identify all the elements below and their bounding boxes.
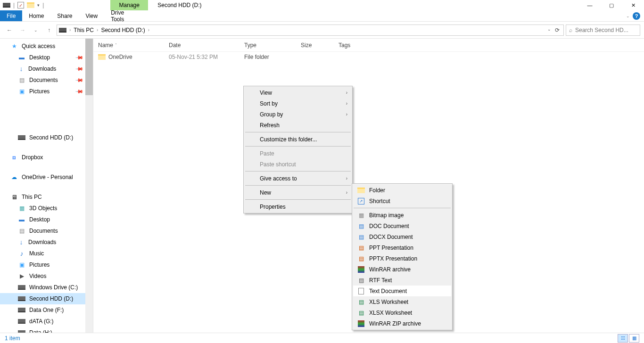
- winrar-icon: [358, 266, 364, 273]
- file-type: File folder: [239, 54, 296, 60]
- breadcrumb-location[interactable]: Second HDD (D:): [100, 27, 146, 33]
- menu-refresh[interactable]: Refresh: [245, 120, 351, 131]
- back-button[interactable]: ←: [4, 24, 15, 36]
- file-row[interactable]: OneDrive 05-Nov-21 5:32 PM File folder: [93, 52, 644, 62]
- details-view-button[interactable]: ☷: [618, 334, 628, 343]
- forward-button[interactable]: →: [17, 24, 28, 36]
- search-box[interactable]: ⌕ Search Second HD...: [566, 24, 640, 36]
- menu-new-doc[interactable]: DOC Document: [353, 220, 451, 231]
- chevron-right-icon[interactable]: ›: [97, 27, 98, 33]
- breadcrumb-this-pc[interactable]: This PC: [73, 27, 95, 33]
- chevron-right-icon: ›: [346, 90, 347, 95]
- menu-new[interactable]: New›: [245, 187, 351, 198]
- menu-sort-by[interactable]: Sort by›: [245, 98, 351, 109]
- menu-give-access[interactable]: Give access to›: [245, 173, 351, 184]
- sidebar-3d-objects[interactable]: 3D Objects: [0, 203, 93, 214]
- menu-new-xls[interactable]: XLS Worksheet: [353, 296, 451, 307]
- tab-view[interactable]: View: [79, 10, 104, 21]
- address-dropdown-icon[interactable]: ⌄: [547, 27, 551, 33]
- maximize-button[interactable]: ▢: [601, 0, 622, 10]
- menu-new-xlsx[interactable]: XLSX Worksheet: [353, 307, 451, 318]
- menu-properties[interactable]: Properties: [245, 201, 351, 212]
- tab-share[interactable]: Share: [50, 10, 79, 21]
- sidebar-documents[interactable]: Documents📌: [0, 74, 93, 86]
- chevron-right-icon[interactable]: ›: [148, 27, 149, 33]
- sidebar-label: Data One (F:): [29, 307, 64, 313]
- large-icons-view-button[interactable]: ▦: [629, 334, 639, 343]
- menu-separator: [245, 171, 351, 172]
- sidebar-label: Music: [29, 250, 44, 257]
- sidebar-label: Data (H:): [29, 329, 52, 333]
- sidebar-label: Pictures: [29, 88, 50, 95]
- menu-new-rtf[interactable]: RTF Text: [353, 275, 451, 286]
- sidebar-second-hdd[interactable]: Second HDD (D:): [0, 132, 93, 143]
- sidebar-pictures[interactable]: Pictures📌: [0, 86, 93, 97]
- close-button[interactable]: ✕: [622, 0, 644, 10]
- menu-new-shortcut[interactable]: ↗Shortcut: [353, 196, 451, 206]
- recent-dropdown-icon[interactable]: ⌄: [30, 24, 41, 36]
- videos-icon: [18, 272, 25, 280]
- column-size[interactable]: Size: [296, 42, 334, 49]
- sidebar-second-hdd-d[interactable]: Second HDD (D:): [0, 293, 93, 304]
- sidebar-label: 3D Objects: [29, 205, 57, 212]
- menu-new-docx[interactable]: DOCX Document: [353, 231, 451, 242]
- properties-qat-icon[interactable]: ✓: [17, 2, 24, 8]
- quick-access-toolbar: | ✓ ▾ |: [0, 2, 47, 8]
- drive-icon[interactable]: [3, 3, 10, 8]
- menu-new-bitmap[interactable]: Bitmap image: [353, 210, 451, 220]
- sidebar-downloads-2[interactable]: Downloads: [0, 237, 93, 248]
- menu-separator: [245, 199, 351, 200]
- sidebar-label: Pictures: [29, 261, 50, 268]
- sidebar-data-g[interactable]: dATA (G:): [0, 316, 93, 327]
- up-button[interactable]: ↑: [43, 24, 55, 36]
- sidebar-windows-drive-c[interactable]: Windows Drive (C:): [0, 282, 93, 293]
- sidebar-music[interactable]: Music: [0, 248, 93, 259]
- menu-label: New: [260, 189, 271, 196]
- drive-icon: [18, 135, 25, 140]
- column-name[interactable]: Name˄: [93, 42, 164, 49]
- qat-dropdown-icon[interactable]: ▾: [37, 3, 40, 8]
- column-tags[interactable]: Tags: [334, 42, 372, 49]
- minimize-button[interactable]: —: [579, 0, 601, 10]
- sidebar-desktop[interactable]: Desktop📌: [0, 52, 93, 63]
- menu-paste-shortcut: Paste shortcut: [245, 159, 351, 170]
- sidebar-pictures-2[interactable]: Pictures: [0, 259, 93, 270]
- tab-home[interactable]: Home: [22, 10, 50, 21]
- sidebar-this-pc[interactable]: This PC: [0, 191, 93, 203]
- menu-new-pptx[interactable]: PPTX Presentation: [353, 253, 451, 264]
- sidebar-quick-access[interactable]: Quick access: [0, 41, 93, 52]
- menu-view[interactable]: View›: [245, 87, 351, 98]
- sidebar-onedrive[interactable]: OneDrive - Personal: [0, 172, 93, 183]
- sidebar-data-one-f[interactable]: Data One (F:): [0, 304, 93, 316]
- sidebar-label: Desktop: [29, 216, 50, 223]
- menu-new-zip[interactable]: WinRAR ZIP archive: [353, 318, 451, 329]
- menu-group-by[interactable]: Group by›: [245, 109, 351, 120]
- menu-new-rar[interactable]: WinRAR archive: [353, 264, 451, 275]
- help-icon[interactable]: ?: [633, 12, 640, 20]
- menu-label: RTF Text: [369, 277, 392, 284]
- menu-customize[interactable]: Customize this folder...: [245, 134, 351, 145]
- column-date[interactable]: Date: [164, 42, 239, 49]
- folder-qat-icon[interactable]: [27, 2, 34, 8]
- sidebar-desktop-2[interactable]: Desktop: [0, 214, 93, 225]
- sidebar-label: Downloads: [28, 239, 56, 245]
- chevron-right-icon[interactable]: ›: [69, 27, 71, 33]
- column-type[interactable]: Type: [239, 42, 296, 49]
- tab-drive-tools[interactable]: Drive Tools: [104, 10, 142, 21]
- address-bar[interactable]: › This PC › Second HDD (D:) › ⌄ ⟳: [57, 24, 564, 36]
- refresh-icon[interactable]: ⟳: [555, 27, 560, 33]
- navigation-pane: Quick access Desktop📌 Downloads📌 Documen…: [0, 39, 93, 333]
- scrollbar-thumb[interactable]: [85, 39, 93, 95]
- sidebar-dropbox[interactable]: Dropbox: [0, 152, 93, 163]
- tab-file[interactable]: File: [0, 10, 22, 21]
- sidebar-downloads[interactable]: Downloads📌: [0, 63, 93, 74]
- sidebar-scrollbar[interactable]: [85, 39, 93, 333]
- ribbon-collapse-icon[interactable]: ⌄: [626, 14, 630, 18]
- sidebar-documents-2[interactable]: Documents: [0, 225, 93, 237]
- menu-new-text[interactable]: Text Document: [353, 286, 451, 296]
- menu-new-ppt[interactable]: PPT Presentation: [353, 242, 451, 253]
- sidebar-data-h[interactable]: Data (H:): [0, 327, 93, 333]
- menu-new-folder[interactable]: Folder: [353, 185, 451, 196]
- sidebar-videos[interactable]: Videos: [0, 270, 93, 282]
- search-icon: ⌕: [569, 27, 572, 33]
